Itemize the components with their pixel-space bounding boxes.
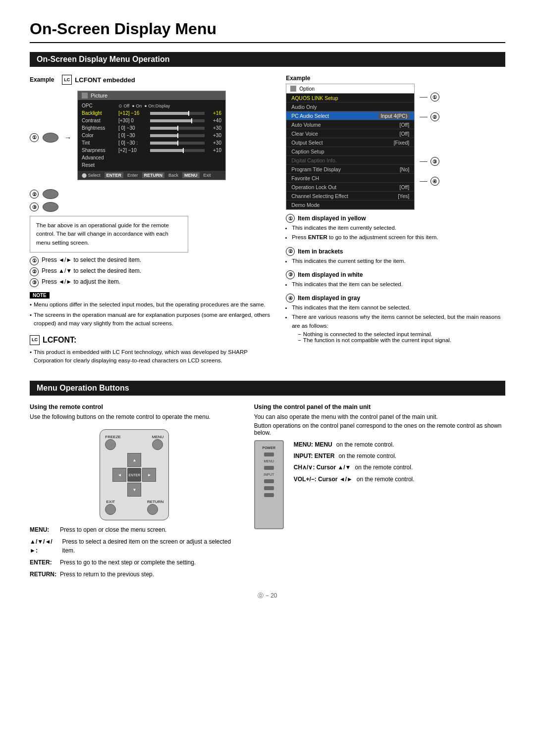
diagram-row-3: ③: [30, 202, 271, 212]
mob-two-col: Using the remote control Use the followi…: [30, 403, 505, 582]
tv-ch-btn[interactable]: [264, 486, 274, 490]
option-icon: [290, 86, 296, 92]
remote-control-drawing: FREEZE MENU ▲ ◄ ENTER: [100, 429, 169, 520]
dpad-right[interactable]: ►: [142, 468, 156, 482]
section1-header: On-Screen Display Menu Operation: [30, 52, 505, 67]
left-column: Example LC LCFONT embedded ① → Picture: [30, 75, 271, 371]
menu-title-text: Picture: [91, 93, 107, 99]
option-rows: AQUOS LINK Setup Audio Only PC Audio Sel…: [286, 94, 414, 209]
explain-item-1: ① Item displayed in yellow This indicate…: [286, 214, 505, 242]
menu-btn[interactable]: [152, 439, 163, 450]
press-num-1: ①: [30, 256, 39, 265]
tv-menu-btn[interactable]: [264, 466, 274, 470]
menu-row-opc: OPC ⊙ Off ● On ● On:Display: [78, 102, 225, 109]
mob-right-title: Using the control panel of the main unit: [254, 403, 505, 410]
return-btn[interactable]: [147, 504, 158, 515]
remote-oval-updown: [43, 189, 58, 199]
remote-oval-left: [43, 133, 58, 143]
step-circle-1: ①: [30, 133, 39, 142]
option-title-bar: Option: [286, 84, 414, 94]
btn-def-enter: ENTER: Press to go to the next step or c…: [30, 558, 239, 567]
menu-row-contrast: Contrast [+30] 0 +40: [78, 117, 225, 124]
note-content: • Menu options differ in the selected in…: [30, 301, 271, 328]
tv-power-btn[interactable]: [264, 453, 274, 456]
left-example-label: Example: [30, 76, 54, 83]
remote-oval-3: [43, 202, 58, 212]
step-circle-3: ③: [30, 202, 39, 211]
section2-header: Menu Operation Buttons: [30, 381, 505, 396]
option-row-op-lock: Operation Lock Out [Off]: [286, 183, 414, 192]
press-item-1: ① Press ◄/► to select the desired item.: [30, 256, 271, 265]
mob-right-row-ch: CH∧/∨: Cursor ▲/▼ on the remote control.: [294, 463, 415, 472]
menu-title-bar: Picture: [78, 91, 225, 100]
remote-bottom-row: EXIT RETURN: [105, 500, 163, 515]
dash-1: − Nothing is connected to the selected i…: [286, 331, 505, 337]
remote-dpad: ▲ ◄ ENTER ► ▼: [112, 453, 156, 497]
page-number: ⓪ − 20: [30, 592, 505, 600]
dpad-down[interactable]: ▼: [127, 483, 141, 497]
right-example-label: Example: [286, 75, 505, 82]
option-menu: Option AQUOS LINK Setup Audio Only PC Au…: [286, 84, 415, 210]
picture-menu-mockup: Picture OPC ⊙ Off ● On ● On:Display Back…: [77, 91, 226, 180]
diagram-container: ① → Picture OPC ⊙ Off ● On ● O: [30, 91, 271, 212]
tv-input-btn[interactable]: [264, 479, 274, 483]
option-row-audio-only: Audio Only: [286, 102, 414, 111]
tv-vol-btn[interactable]: [264, 493, 274, 497]
annotation-1: ── ①: [420, 93, 439, 101]
mob-right-row-input: INPUT: ENTER on the remote control.: [294, 452, 415, 461]
option-row-auto-volume: Auto Volume [Off]: [286, 120, 414, 129]
lcfont-section: LC LCFONT: • This product is embedded wi…: [30, 334, 271, 365]
menu-row-backlight: Backlight [+12] −16 +16: [78, 109, 225, 117]
annotation-2: ── ②: [420, 112, 439, 121]
option-row-favorite-ch: Favorite CH: [286, 174, 414, 183]
option-row-demo: Demo Mode: [286, 201, 414, 209]
explain-item-3: ③ Item displayed in white This indicates…: [286, 270, 505, 289]
dpad-enter[interactable]: ENTER: [127, 468, 141, 482]
btn-def-menu: MENU: Press to open or close the menu sc…: [30, 525, 239, 534]
mob-right-desc2: Button operations on the control panel c…: [254, 422, 505, 436]
diagram-row-1: ① → Picture OPC ⊙ Off ● On ● O: [30, 91, 271, 184]
mob-left-desc: Use the following buttons on the remote …: [30, 413, 239, 420]
tv-panel-drawing: POWER MENU INPUT: [254, 440, 284, 529]
menu-btn-label: MENU: [182, 172, 200, 178]
right-column: Example Option AQUOS LINK Setup Audio On…: [286, 75, 505, 371]
option-row-aquos: AQUOS LINK Setup: [286, 94, 414, 102]
remote-top-row: FREEZE MENU: [105, 435, 163, 450]
option-row-program-title: Program Title Display [No]: [286, 165, 414, 174]
press-num-3: ③: [30, 278, 39, 287]
main-content-area: Example LC LCFONT embedded ① → Picture: [30, 75, 505, 371]
status-bar: ⬤ Select ENTER Enter RETURN Back MENU Ex…: [78, 171, 225, 180]
mob-section: Menu Operation Buttons Using the remote …: [30, 381, 505, 582]
freeze-btn[interactable]: [105, 439, 116, 450]
exit-btn[interactable]: [105, 504, 116, 515]
menu-row-brightness: Brightness [ 0] −30 +30: [78, 124, 225, 132]
mob-right-row-menu: MENU: MENU on the remote control.: [294, 440, 415, 450]
page-title: On-Screen Display Menu: [30, 20, 505, 43]
press-list: ① Press ◄/► to select the desired item. …: [30, 256, 271, 287]
press-item-2: ② Press ▲/▼ to select the desired item.: [30, 267, 271, 276]
btn-def-arrows: ▲/▼/◄/►: Press to select a desired item …: [30, 537, 239, 555]
diagram-row-2: ②: [30, 189, 271, 199]
option-row-pc-audio: PC Audio Select Input 4(PC): [286, 111, 414, 120]
menu-row-color: Color [ 0] −30 +30: [78, 132, 225, 139]
explain-item-4: ④ Item displayed in gray This indicates …: [286, 294, 505, 343]
press-num-2: ②: [30, 267, 39, 276]
explain-item-2: ② Item in brackets This indicates the cu…: [286, 247, 505, 265]
option-row-digital-caption: Digital Caption Info.: [286, 156, 414, 165]
lcfont-embedded-label: LC LCFONT embedded: [62, 75, 135, 85]
lcfont-heading: LC LCFONT:: [30, 334, 271, 346]
mob-left: Using the remote control Use the followi…: [30, 403, 239, 582]
mob-right: Using the control panel of the main unit…: [254, 403, 505, 582]
option-row-ch-select: Channel Selecting Effect [Yes]: [286, 192, 414, 201]
menu-row-tint: Tint [ 0] −30 : +30: [78, 139, 225, 147]
option-row-clear-voice: Clear Voice [Off]: [286, 129, 414, 138]
dpad-up[interactable]: ▲: [127, 453, 141, 467]
explain-section: ① Item displayed in yellow This indicate…: [286, 214, 505, 343]
menu-row-advanced: Advanced: [78, 154, 225, 161]
enter-btn-label: ENTER: [105, 172, 124, 178]
annotation-3: ── ③: [420, 157, 439, 166]
annotation-4: ── ④: [420, 177, 439, 186]
dpad-left[interactable]: ◄: [112, 468, 126, 482]
option-row-caption-setup: Caption Setup: [286, 147, 414, 156]
step-circle-2: ②: [30, 190, 39, 199]
